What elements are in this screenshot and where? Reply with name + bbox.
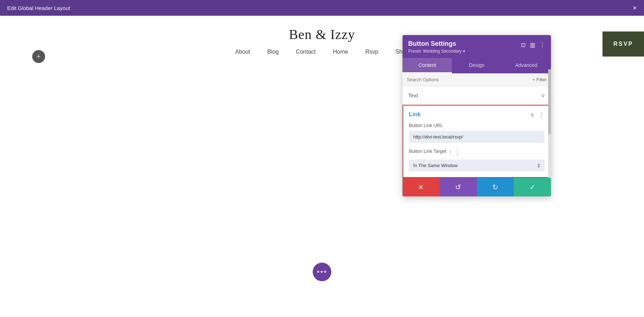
panel-scrollbar[interactable] — [548, 69, 551, 178]
tab-advanced[interactable]: Advanced — [502, 58, 551, 73]
site-title: Ben & Izzy — [289, 26, 355, 42]
site-nav: About Blog Contact Home Rsvp Shop — [235, 49, 409, 55]
target-field-label: Button Link Target — [409, 148, 447, 154]
panel-body: Text ∨ Link ∧ ⋮ Button Link URL — [402, 86, 551, 178]
link-collapse-icon[interactable]: ∧ — [530, 111, 535, 118]
url-field-label: Button Link URL — [409, 123, 545, 128]
link-section-title: Link — [409, 111, 421, 118]
tab-content[interactable]: Content — [402, 58, 452, 73]
target-help-icon[interactable]: ? — [449, 150, 452, 156]
panel-header: Button Settings Preset: Wedding Secondar… — [402, 35, 551, 58]
target-more-icon[interactable]: ⋮ — [454, 149, 461, 157]
nav-contact[interactable]: Contact — [296, 49, 316, 55]
panel-title: Button Settings — [408, 40, 465, 48]
target-select-wrap: In The Same Window In The New Tab ⇕ — [409, 160, 545, 171]
close-button[interactable]: × — [633, 4, 637, 11]
url-field-wrap: Button Link URL — [409, 123, 545, 143]
panel-tabs: Content Design Advanced — [402, 58, 551, 73]
nav-home[interactable]: Home — [333, 49, 348, 55]
link-section-body: Button Link URL Button Link Target ? ⋮ I… — [403, 123, 550, 177]
panel-preset[interactable]: Preset: Wedding Secondary ▾ — [408, 49, 465, 54]
text-chevron-icon: ∨ — [541, 92, 545, 99]
nav-rsvp[interactable]: Rsvp — [365, 49, 378, 55]
panel-icon-more[interactable]: ⋮ — [540, 42, 545, 48]
add-button[interactable]: + — [32, 50, 45, 63]
target-select[interactable]: In The Same Window In The New Tab — [409, 160, 545, 171]
search-input[interactable] — [407, 77, 532, 82]
undo-button[interactable]: ↺ — [440, 178, 477, 196]
link-section: Link ∧ ⋮ Button Link URL Button Link Tar… — [402, 105, 551, 178]
panel-icon-expand[interactable]: ⊡ — [521, 42, 526, 48]
url-input[interactable] — [409, 131, 545, 143]
redo-button[interactable]: ↻ — [477, 178, 514, 196]
button-settings-panel: Button Settings Preset: Wedding Secondar… — [402, 35, 551, 196]
target-field-row: Button Link Target ? ⋮ — [409, 148, 545, 157]
filter-button[interactable]: + Filter — [532, 77, 547, 82]
link-section-header: Link ∧ ⋮ — [403, 106, 550, 123]
rsvp-button[interactable]: RSVP — [602, 31, 644, 57]
text-section[interactable]: Text ∨ — [402, 86, 551, 105]
save-button[interactable]: ✓ — [514, 178, 551, 196]
floating-dots-button[interactable]: ••• — [313, 263, 331, 281]
canvas: Ben & Izzy About Blog Contact Home Rsvp … — [0, 16, 644, 317]
nav-about[interactable]: About — [235, 49, 250, 55]
panel-icon-split[interactable]: ▥ — [530, 42, 535, 48]
panel-search-bar: + Filter — [402, 73, 551, 86]
panel-actions: ✕ ↺ ↻ ✓ — [402, 178, 551, 196]
tab-design[interactable]: Design — [452, 58, 501, 73]
cancel-button[interactable]: ✕ — [402, 178, 440, 196]
text-section-label: Text — [408, 92, 418, 98]
link-more-icon[interactable]: ⋮ — [538, 111, 545, 118]
panel-scroll-thumb[interactable] — [548, 69, 551, 135]
window-title: Edit Global Header Layout — [7, 5, 70, 11]
top-bar: Edit Global Header Layout × — [0, 0, 644, 16]
nav-blog[interactable]: Blog — [267, 49, 279, 55]
